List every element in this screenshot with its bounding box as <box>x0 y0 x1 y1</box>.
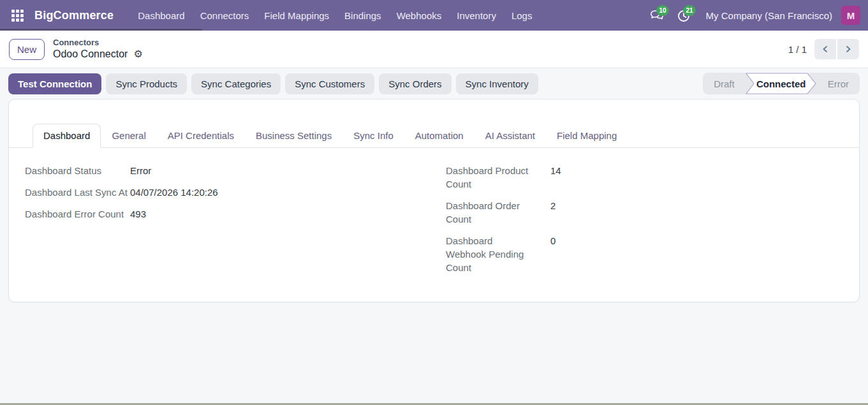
fields-column-left: Dashboard Status Error Dashboard Last Sy… <box>25 164 446 283</box>
pager-next-button[interactable] <box>837 39 859 59</box>
field-value: 0 <box>550 234 843 247</box>
pager-previous-button[interactable] <box>814 39 836 59</box>
sync-inventory-button[interactable]: Sync Inventory <box>456 73 538 94</box>
top-nav: BigCommerce Dashboard Connectors Field M… <box>0 0 868 31</box>
form-sheet: Dashboard General API Credentials Busine… <box>8 99 860 302</box>
activities-badge: 21 <box>683 5 695 16</box>
sync-orders-button[interactable]: Sync Orders <box>379 73 451 94</box>
statusbar-state-connected[interactable]: Connected <box>746 73 817 94</box>
apps-grid-icon <box>11 10 24 22</box>
action-band: Test Connection Sync Products Sync Categ… <box>0 68 868 99</box>
statusbar: Draft Connected Error <box>703 73 860 94</box>
field-label: Dashboard Status <box>25 164 130 177</box>
field-label: Dashboard Webhook Pending Count <box>446 234 535 274</box>
field-label: Dashboard Last Sync At <box>25 186 130 199</box>
nav-item-webhooks[interactable]: Webhooks <box>389 6 450 25</box>
tab-automation[interactable]: Automation <box>404 124 474 148</box>
dashboard-tab-content: Dashboard Status Error Dashboard Last Sy… <box>9 148 859 302</box>
field-value: 14 <box>550 164 843 177</box>
chevron-left-icon <box>821 45 830 54</box>
user-avatar[interactable]: M <box>841 6 860 25</box>
nav-item-logs[interactable]: Logs <box>504 6 540 25</box>
field-dashboard-product-count: Dashboard Product Count 14 <box>446 164 843 191</box>
fields-column-right: Dashboard Product Count 14 Dashboard Ord… <box>446 164 843 283</box>
field-label: Dashboard Order Count <box>446 199 535 226</box>
field-dashboard-order-count: Dashboard Order Count 2 <box>446 199 843 226</box>
activities-button[interactable]: 21 <box>673 4 695 26</box>
field-value: 493 <box>130 207 446 221</box>
tab-sync-info[interactable]: Sync Info <box>342 124 404 148</box>
pager: 1 / 1 <box>788 39 859 59</box>
field-value: 04/07/2026 14:20:26 <box>130 186 446 199</box>
main-menu: Dashboard Connectors Field Mappings Bind… <box>130 6 540 25</box>
field-dashboard-status: Dashboard Status Error <box>25 164 446 177</box>
nav-item-field-mappings[interactable]: Field Mappings <box>256 6 337 25</box>
messages-badge: 10 <box>656 5 668 16</box>
app-brand[interactable]: BigCommerce <box>34 9 114 22</box>
tab-api-credentials[interactable]: API Credentials <box>157 124 245 148</box>
chevron-right-icon <box>844 45 853 54</box>
field-dashboard-last-sync-at: Dashboard Last Sync At 04/07/2026 14:20:… <box>25 186 446 199</box>
tab-business-settings[interactable]: Business Settings <box>245 124 342 148</box>
control-panel: New Connectors Odoo Connector ⚙ 1 / 1 <box>0 31 868 68</box>
apps-menu-button[interactable] <box>8 6 27 25</box>
test-connection-button[interactable]: Test Connection <box>8 73 101 94</box>
tab-field-mapping[interactable]: Field Mapping <box>546 124 628 148</box>
nav-item-bindings[interactable]: Bindings <box>337 6 389 25</box>
field-value: 2 <box>550 199 843 212</box>
sync-categories-button[interactable]: Sync Categories <box>191 73 281 94</box>
new-button[interactable]: New <box>9 39 45 60</box>
gear-icon[interactable]: ⚙ <box>133 49 142 59</box>
field-label: Dashboard Error Count <box>25 207 130 221</box>
nav-item-dashboard[interactable]: Dashboard <box>130 6 192 25</box>
nav-item-connectors[interactable]: Connectors <box>193 6 257 25</box>
nav-item-inventory[interactable]: Inventory <box>449 6 504 25</box>
field-dashboard-webhook-pending-count: Dashboard Webhook Pending Count 0 <box>446 234 843 274</box>
tab-ai-assistant[interactable]: AI Assistant <box>474 124 546 148</box>
breadcrumb-parent-link[interactable]: Connectors <box>53 38 143 48</box>
messages-button[interactable]: 10 <box>646 4 668 26</box>
field-value: Error <box>130 164 446 177</box>
sync-products-button[interactable]: Sync Products <box>106 73 187 94</box>
breadcrumb-current: Odoo Connector <box>53 48 128 61</box>
field-dashboard-error-count: Dashboard Error Count 493 <box>25 207 446 221</box>
sync-customers-button[interactable]: Sync Customers <box>285 73 374 94</box>
active-menu-indicator <box>0 29 202 31</box>
field-label: Dashboard Product Count <box>446 164 535 191</box>
pager-value: 1 / 1 <box>788 44 807 55</box>
tab-dashboard[interactable]: Dashboard <box>33 124 101 148</box>
notebook-tabs: Dashboard General API Credentials Busine… <box>9 124 859 148</box>
nav-right: 10 21 My Company (San Francisco) M <box>646 4 860 26</box>
statusbar-state-error[interactable]: Error <box>817 78 860 89</box>
company-menu[interactable]: My Company (San Francisco) <box>706 10 832 21</box>
statusbar-state-draft[interactable]: Draft <box>703 78 746 89</box>
breadcrumb: Connectors Odoo Connector ⚙ <box>53 38 143 61</box>
tab-general[interactable]: General <box>101 124 156 148</box>
